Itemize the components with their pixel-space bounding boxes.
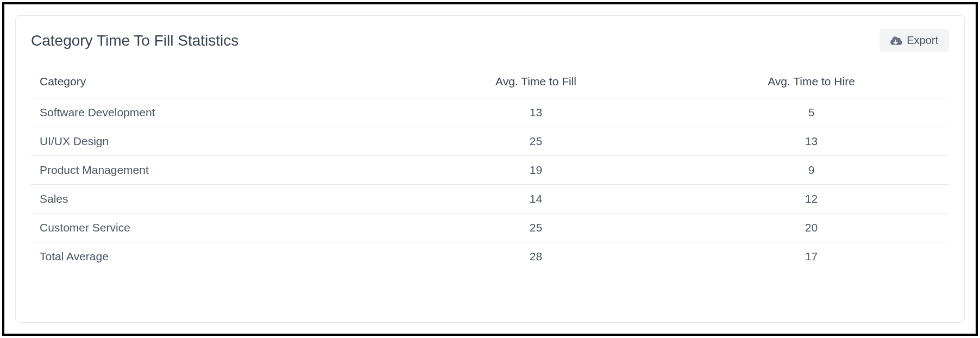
cell-avg-time-to-fill: 25	[398, 127, 674, 156]
table-header-row: Category Avg. Time to Fill Avg. Time to …	[31, 67, 949, 98]
cell-avg-time-to-hire: 13	[674, 127, 949, 156]
card-title: Category Time To Fill Statistics	[31, 32, 238, 49]
cell-avg-time-to-fill: 19	[398, 156, 674, 185]
header-avg-time-to-hire: Avg. Time to Hire	[674, 67, 949, 98]
cell-category: Software Development	[31, 98, 398, 127]
table-row: Software Development135	[31, 98, 949, 127]
cell-category: Total Average	[31, 242, 398, 271]
cell-category: UI/UX Design	[31, 127, 398, 156]
cell-avg-time-to-hire: 5	[674, 98, 949, 127]
cell-avg-time-to-hire: 17	[674, 242, 949, 271]
cell-avg-time-to-hire: 20	[674, 214, 949, 242]
card-header: Category Time To Fill Statistics Export	[31, 29, 949, 52]
export-button[interactable]: Export	[880, 29, 949, 52]
cell-avg-time-to-fill: 14	[398, 185, 674, 214]
cell-avg-time-to-fill: 25	[398, 214, 674, 242]
export-button-label: Export	[907, 34, 938, 47]
statistics-card: Category Time To Fill Statistics Export …	[15, 15, 965, 323]
cell-avg-time-to-fill: 28	[398, 242, 674, 271]
table-row: Total Average2817	[31, 242, 949, 271]
table-row: UI/UX Design2513	[31, 127, 949, 156]
cell-avg-time-to-fill: 13	[398, 98, 674, 127]
statistics-table: Category Avg. Time to Fill Avg. Time to …	[31, 67, 949, 271]
table-row: Product Management199	[31, 156, 949, 185]
table-row: Sales1412	[31, 185, 949, 214]
cloud-download-icon	[890, 35, 902, 47]
header-avg-time-to-fill: Avg. Time to Fill	[398, 67, 674, 98]
cell-category: Product Management	[31, 156, 398, 185]
table-row: Customer Service2520	[31, 214, 949, 242]
cell-avg-time-to-hire: 12	[674, 185, 949, 214]
cell-category: Sales	[31, 185, 398, 214]
header-category: Category	[31, 67, 398, 98]
cell-avg-time-to-hire: 9	[674, 156, 949, 185]
cell-category: Customer Service	[31, 214, 398, 242]
